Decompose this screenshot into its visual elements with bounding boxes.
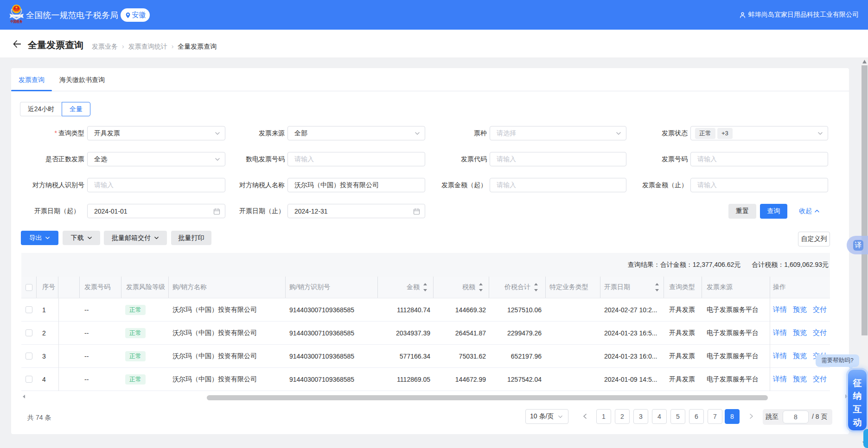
svg-text:中国税务: 中国税务 bbox=[11, 19, 23, 24]
